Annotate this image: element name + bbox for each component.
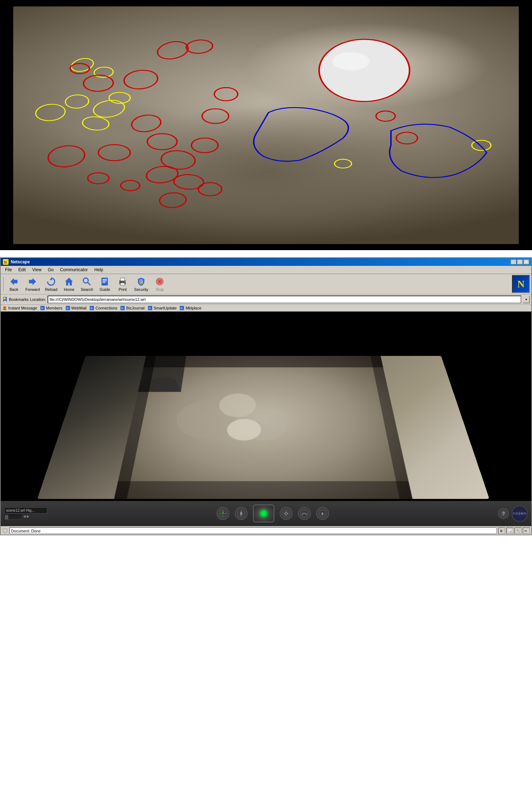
svg-point-20 (173, 174, 204, 190)
svg-rect-38 (29, 280, 33, 283)
svg-rect-49 (120, 283, 125, 285)
status-text: Document: Done (9, 527, 497, 534)
back-label: Back (10, 287, 18, 292)
svg-point-25 (88, 173, 109, 184)
netscape-logo: N (512, 275, 530, 293)
browser-title: Netscape (11, 259, 30, 264)
cosmo-controls: scene12.wrl Hig... ◀ ▶ (1, 501, 531, 526)
quicklink-members[interactable]: N Members (40, 306, 63, 311)
svg-text:⚙: ⚙ (500, 529, 503, 533)
browser-viewport: scene12.wrl Hig... ◀ ▶ (1, 312, 531, 526)
svg-text:📊: 📊 (508, 529, 512, 533)
cosmo-center-piece[interactable] (253, 505, 274, 522)
svg-point-23 (128, 112, 164, 134)
stop-label: Stop (156, 287, 164, 292)
home-label: Home (64, 287, 74, 292)
location-label: Location: (30, 297, 46, 302)
status-indicator-4: ✏ (523, 527, 530, 534)
cosmo-green-dot (260, 510, 267, 517)
svg-rect-44 (103, 279, 107, 280)
top-terrain (13, 6, 519, 244)
quicklink-webmail-label: WebMail (71, 306, 87, 310)
security-button[interactable]: 🔒 Security (132, 276, 150, 292)
svg-point-56 (4, 297, 6, 299)
print-button[interactable]: Print (114, 276, 131, 292)
svg-point-10 (154, 38, 193, 62)
quicklink-bizjournal[interactable]: N BizJournal (120, 306, 144, 311)
browser-window: N Netscape _ □ ✕ File Edit View Go Commu… (0, 257, 532, 535)
svg-text:N: N (90, 307, 93, 310)
location-bar: Bookmarks Location: ▼ (1, 294, 531, 305)
svg-point-50 (124, 281, 126, 282)
mktplace-icon: N (179, 306, 184, 311)
restore-button[interactable]: □ (517, 259, 523, 264)
status-security-icon (2, 528, 8, 534)
svg-point-12 (121, 68, 161, 91)
svg-rect-46 (103, 282, 105, 283)
location-dropdown[interactable]: ▼ (523, 296, 530, 303)
svg-text:N: N (121, 307, 123, 310)
title-bar: N Netscape _ □ ✕ (1, 258, 531, 266)
menu-go[interactable]: Go (45, 267, 56, 273)
bizjournal-icon: N (120, 306, 125, 311)
quicklink-webmail[interactable]: N WebMail (65, 306, 87, 311)
quicklink-instant-message[interactable]: Instant Message (2, 306, 37, 311)
svg-rect-95 (322, 512, 322, 515)
home-icon (64, 277, 74, 287)
cosmo-zoom-button[interactable] (235, 507, 248, 520)
cosmo-help-button[interactable]: ? (498, 508, 509, 519)
menu-edit[interactable]: Edit (15, 267, 29, 273)
menu-file[interactable]: File (2, 267, 15, 273)
svg-point-29 (376, 111, 396, 121)
quicklink-members-label: Members (46, 306, 63, 310)
bookmarks-button[interactable]: Bookmarks (2, 297, 29, 302)
status-bar: Document: Done ⚙ 📊 🔧 (1, 526, 531, 535)
reload-button[interactable]: Reload (43, 276, 60, 292)
quicklink-instant-message-label: Instant Message (8, 306, 37, 310)
cosmo-select-button[interactable] (316, 507, 329, 520)
minimize-button[interactable]: _ (511, 259, 516, 264)
cosmo-navigate-button[interactable] (217, 507, 229, 520)
title-controls: _ □ ✕ (511, 259, 529, 264)
quicklink-mktplace[interactable]: N Mktplace (179, 306, 201, 311)
quicklink-bizjournal-label: BizJournal (126, 306, 144, 310)
svg-point-1 (64, 93, 90, 109)
svg-point-19 (144, 164, 181, 185)
smartupdate-icon: N (148, 306, 153, 311)
svg-text:N: N (4, 260, 7, 264)
title-bar-left: N Netscape (3, 259, 30, 265)
cosmo-pan-button[interactable] (280, 507, 293, 520)
status-indicator-3: 🔧 (514, 527, 522, 534)
connections-icon: N (89, 306, 94, 311)
svg-rect-45 (103, 281, 107, 281)
quicklinks-bar: Instant Message N Members N WebMail N Co… (1, 305, 531, 312)
close-button[interactable]: ✕ (523, 259, 529, 264)
print-label: Print (119, 287, 127, 292)
svg-point-8 (335, 159, 352, 168)
quicklink-smartupdate[interactable]: N SmartUpdate (148, 306, 177, 311)
home-button[interactable]: Home (60, 276, 78, 292)
search-button[interactable]: Search (78, 276, 95, 292)
menu-help[interactable]: Help (91, 267, 106, 273)
reload-icon (46, 277, 56, 287)
status-right: ⚙ 📊 🔧 ✏ (498, 527, 530, 534)
quicklink-connections-label: Connections (95, 306, 117, 310)
menu-view[interactable]: View (29, 267, 44, 273)
cosmo-tilt-button[interactable] (298, 507, 311, 520)
svg-point-18 (192, 138, 218, 153)
forward-button[interactable]: Forward (23, 276, 42, 292)
forward-label: Forward (25, 287, 40, 292)
svg-point-11 (185, 38, 214, 54)
location-input[interactable] (48, 296, 521, 303)
search-icon (82, 277, 92, 287)
quicklink-connections[interactable]: N Connections (89, 306, 117, 311)
print-icon (118, 277, 128, 287)
stop-button[interactable]: Stop (151, 276, 168, 292)
terrain-outlines (13, 6, 519, 244)
svg-marker-40 (65, 278, 73, 286)
toolbar: Back Forward Reload (1, 274, 531, 294)
back-button[interactable]: Back (5, 276, 23, 292)
menu-communicator[interactable]: Communicator (57, 267, 91, 273)
search-label: Search (81, 287, 93, 292)
guide-button[interactable]: Guide (96, 276, 113, 292)
